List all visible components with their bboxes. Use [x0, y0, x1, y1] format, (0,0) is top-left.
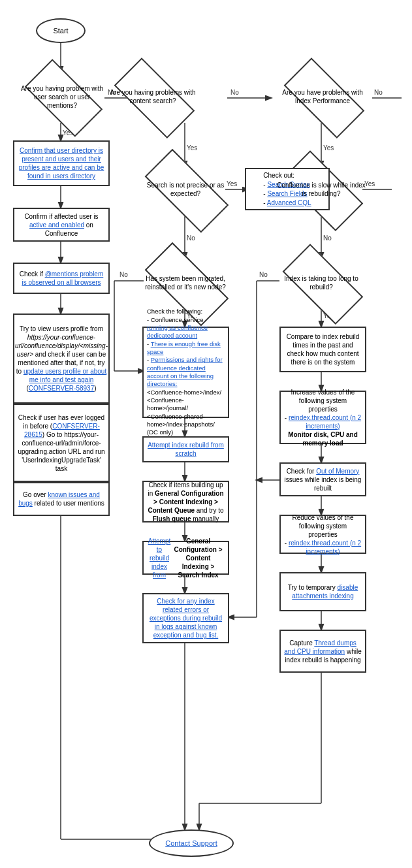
running-link[interactable]: running as confluence dedicated account	[147, 324, 208, 339]
reindex-inc-link[interactable]: reindex.thread.count (n 2 increments)	[289, 414, 361, 430]
d3-diamond: Are you have problems with index Perform…	[271, 71, 374, 123]
r11-link[interactable]: Attempt to rebuild index from	[147, 537, 172, 579]
r13-label: Compare to index rebuild times in the pa…	[284, 332, 362, 366]
d7-diamond: Index is taking too long to rebuild?	[270, 257, 373, 309]
r2-box: Confirm if affected user is active and e…	[13, 208, 110, 242]
r4-box: Try to view users profile from https://y…	[13, 313, 110, 404]
oom-link[interactable]: Out of Memory	[316, 468, 359, 475]
d4-label: Search is not precise or as expected?	[131, 181, 240, 198]
start-shape: Start	[36, 18, 86, 43]
confserver28615-link[interactable]: CONFSERVER-28615	[24, 423, 100, 438]
permissions-link[interactable]: Permissions and rights for confluence de…	[147, 356, 223, 387]
svg-text:No: No	[187, 234, 195, 242]
r3-box: Check if @mentions problem is observed o…	[13, 263, 110, 294]
d3-label: Are you have problems with index Perform…	[271, 88, 374, 105]
start-label: Start	[53, 27, 68, 35]
contact-support-link[interactable]: Contact Support	[165, 839, 217, 847]
active-link[interactable]: active and enabled	[29, 221, 84, 229]
r12-link[interactable]: Check for any index related errors or ex…	[147, 597, 225, 639]
d4-diamond: Search is not precise or as expected?	[131, 163, 240, 216]
d1-label: Are you having problem with user search …	[13, 84, 111, 110]
d6-label: Has system been migrated, reinstalled or…	[131, 274, 240, 291]
r10-box: Check if items building up in General Co…	[142, 481, 229, 522]
r18-box: Capture Thread dumps and CPU information…	[279, 630, 366, 673]
svg-text:Yes: Yes	[187, 144, 197, 152]
update-profile-link[interactable]: update users profile or about me info an…	[24, 368, 106, 383]
r12-box: Check for any index related errors or ex…	[142, 593, 229, 643]
disk-space-link[interactable]: There is enough free disk space	[147, 340, 221, 355]
reindex-dec-link[interactable]: reindex.thread.count (n 2 increments)	[289, 539, 361, 555]
svg-text:No: No	[374, 89, 383, 96]
r15-box: Check for Out of Memory issues while ind…	[279, 462, 366, 496]
r6-box: Go over known issues and bugs related to…	[13, 482, 110, 516]
r17-box: Try to temporary disable attachments ind…	[279, 572, 366, 611]
r13-box: Compare to index rebuild times in the pa…	[279, 327, 366, 372]
r8-box: Check the following: - Confluence servic…	[142, 327, 229, 418]
r14-box: Increase values of the following system …	[279, 391, 366, 444]
disable-attach-link[interactable]: disable attachments indexing	[292, 584, 358, 600]
mentions-link[interactable]: @mentions problem is observed on all bro…	[22, 270, 103, 286]
svg-text:Yes: Yes	[323, 144, 334, 152]
d6-diamond: Has system been migrated, reinstalled or…	[131, 257, 240, 309]
flowchart: Yes No No No Yes Yes Yes No Yes No No	[0, 0, 412, 868]
svg-text:No: No	[259, 271, 268, 278]
svg-text:No: No	[323, 234, 332, 242]
r9-link[interactable]: Attempt index rebuild from scratch	[147, 441, 225, 458]
svg-text:No: No	[230, 89, 239, 96]
known-issues-link[interactable]: known issues and bugs	[18, 491, 100, 507]
thread-dumps-link[interactable]: Thread dumps and CPU information	[284, 639, 357, 655]
r5-box: Check if user has ever logged in before …	[13, 404, 110, 482]
r9-box: Attempt index rebuild from scratch	[142, 436, 229, 462]
r11-box: Attempt to rebuild index from General Co…	[142, 541, 229, 575]
d1-diamond: Are you having problem with user search …	[13, 71, 111, 123]
d2-diamond: Are you having problems with content sea…	[101, 71, 204, 123]
r7-title: Check out:	[263, 172, 294, 179]
contact-support-shape: Contact Support	[149, 829, 234, 857]
d7-label: Index is taking too long to rebuild?	[270, 274, 373, 291]
advanced-cql-link[interactable]: Advanced CQL	[267, 199, 311, 206]
d2-label: Are you having problems with content sea…	[101, 88, 204, 105]
r1-box: Confirm that user directory is present a…	[13, 140, 110, 186]
r16-box: Reduce values of the following system pr…	[279, 515, 366, 554]
confserver58937-link[interactable]: CONFSERVER-58937	[29, 385, 94, 392]
svg-text:No: No	[119, 271, 128, 278]
r1-link[interactable]: Confirm that user directory is present a…	[18, 146, 105, 180]
d5-label: Confluence is slow while index is rebuil…	[270, 181, 373, 198]
